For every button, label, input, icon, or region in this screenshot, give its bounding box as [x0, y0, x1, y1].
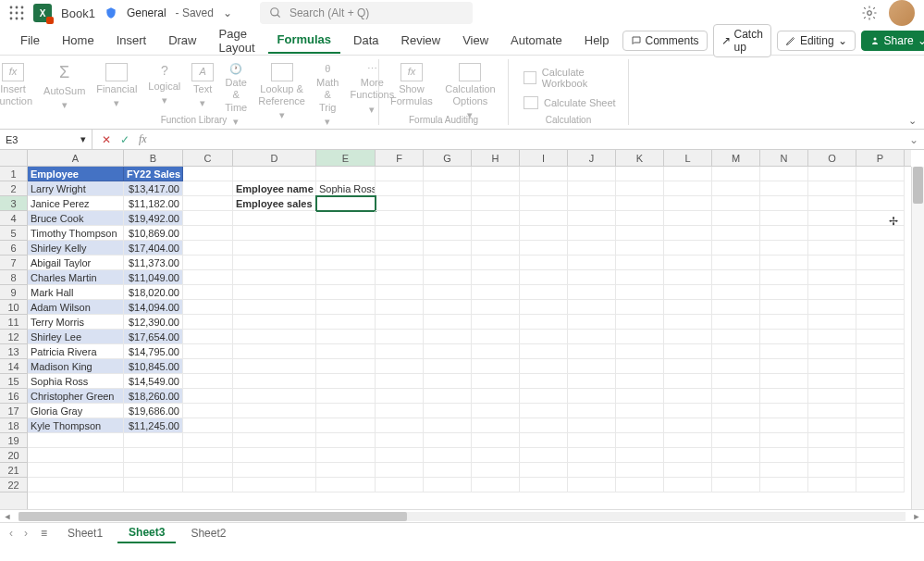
cell[interactable] — [712, 196, 760, 211]
cells-area[interactable]: EmployeeFY22 SalesLarry Wright$13,417.00… — [28, 167, 911, 509]
cell[interactable] — [316, 344, 376, 359]
cell[interactable] — [472, 285, 520, 300]
cell[interactable] — [808, 478, 856, 492]
cell[interactable]: $10,869.00 — [124, 226, 183, 241]
cell[interactable] — [664, 433, 712, 448]
cell[interactable] — [808, 344, 856, 359]
cell[interactable] — [568, 196, 616, 211]
cell[interactable] — [316, 270, 376, 285]
cell[interactable] — [472, 404, 520, 418]
column-header[interactable]: O — [808, 150, 856, 166]
row-header[interactable]: 11 — [0, 315, 27, 330]
cell[interactable] — [124, 448, 183, 463]
cell[interactable] — [376, 167, 424, 181]
cell[interactable] — [424, 433, 472, 448]
cell[interactable] — [808, 167, 856, 181]
fx-icon[interactable]: fx — [139, 132, 147, 146]
row-header[interactable]: 10 — [0, 300, 27, 315]
cell[interactable]: Shirley Kelly — [28, 241, 124, 256]
cell[interactable] — [664, 463, 712, 478]
sheet-tab-sheet3[interactable]: Sheet3 — [117, 523, 176, 543]
cell[interactable] — [568, 478, 616, 492]
cell[interactable] — [376, 196, 424, 211]
cell[interactable] — [616, 418, 664, 433]
cell[interactable] — [760, 418, 808, 433]
cell[interactable] — [712, 300, 760, 315]
cell[interactable] — [664, 389, 712, 404]
financial-button[interactable]: Financial▾ — [91, 61, 142, 111]
cell[interactable] — [616, 330, 664, 344]
cell[interactable] — [376, 241, 424, 256]
cell[interactable] — [712, 374, 760, 389]
cell[interactable] — [664, 418, 712, 433]
column-header[interactable]: M — [712, 150, 760, 166]
cell[interactable] — [568, 241, 616, 256]
tab-draw[interactable]: Draw — [159, 28, 205, 53]
cell[interactable] — [568, 404, 616, 418]
tab-formulas[interactable]: Formulas — [268, 27, 341, 54]
row-header[interactable]: 4 — [0, 211, 27, 226]
cell[interactable] — [376, 315, 424, 330]
cell[interactable] — [28, 463, 124, 478]
cell[interactable] — [808, 196, 856, 211]
column-header[interactable]: L — [664, 150, 712, 166]
cell[interactable] — [520, 344, 568, 359]
cell[interactable] — [520, 196, 568, 211]
cell[interactable] — [808, 226, 856, 241]
cell[interactable]: Adam Wilson — [28, 300, 124, 315]
cell[interactable] — [568, 256, 616, 270]
cell[interactable] — [376, 448, 424, 463]
cell[interactable] — [712, 448, 760, 463]
cell[interactable] — [183, 448, 233, 463]
cell[interactable] — [520, 448, 568, 463]
row-header[interactable]: 12 — [0, 330, 27, 344]
doc-name[interactable]: Book1 — [61, 6, 95, 20]
cell[interactable] — [856, 359, 905, 374]
cell[interactable] — [808, 374, 856, 389]
all-sheets-icon[interactable]: ≡ — [35, 527, 53, 540]
select-all-corner[interactable] — [0, 150, 28, 167]
cell[interactable]: $10,845.00 — [124, 359, 183, 374]
cell[interactable] — [233, 359, 316, 374]
cell[interactable] — [376, 404, 424, 418]
cell[interactable]: $19,492.00 — [124, 211, 183, 226]
cell[interactable] — [183, 285, 233, 300]
cell[interactable] — [616, 463, 664, 478]
cell[interactable] — [233, 167, 316, 181]
cell[interactable] — [712, 270, 760, 285]
cell[interactable] — [808, 389, 856, 404]
cell[interactable] — [808, 418, 856, 433]
cell[interactable] — [808, 241, 856, 256]
cell[interactable] — [376, 374, 424, 389]
cell[interactable] — [183, 256, 233, 270]
cell[interactable]: $18,020.00 — [124, 285, 183, 300]
cell[interactable]: Bruce Cook — [28, 211, 124, 226]
cell[interactable] — [520, 211, 568, 226]
cell[interactable] — [472, 344, 520, 359]
cell[interactable] — [712, 389, 760, 404]
share-button[interactable]: Share ⌄ — [861, 31, 924, 51]
scroll-right-icon[interactable]: ► — [909, 512, 924, 521]
cell[interactable] — [233, 374, 316, 389]
cell[interactable] — [568, 285, 616, 300]
sheet-nav-prev-icon[interactable]: ‹ — [6, 527, 17, 540]
cell[interactable] — [664, 404, 712, 418]
cell[interactable] — [568, 344, 616, 359]
expand-formula-bar-icon[interactable]: ⌄ — [904, 133, 924, 146]
cell[interactable] — [664, 256, 712, 270]
cell[interactable] — [183, 196, 233, 211]
cell[interactable] — [124, 463, 183, 478]
cell[interactable]: $12,390.00 — [124, 315, 183, 330]
cell[interactable] — [183, 330, 233, 344]
cell[interactable] — [233, 344, 316, 359]
cell[interactable] — [424, 226, 472, 241]
sensitivity-label[interactable]: General — [127, 6, 166, 19]
cell[interactable] — [520, 374, 568, 389]
cell[interactable] — [808, 211, 856, 226]
cell[interactable] — [856, 256, 905, 270]
cell[interactable] — [856, 463, 905, 478]
title-chevron-icon[interactable]: ⌄ — [223, 6, 232, 19]
cell[interactable] — [616, 344, 664, 359]
cell[interactable] — [376, 256, 424, 270]
row-header[interactable]: 21 — [0, 463, 27, 478]
